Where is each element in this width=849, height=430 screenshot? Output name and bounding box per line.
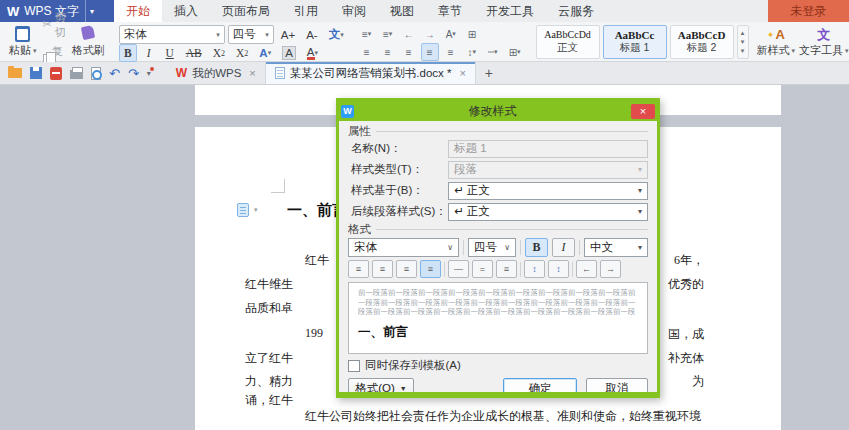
close-icon[interactable]: × bbox=[459, 67, 465, 79]
subscript-button[interactable]: X2 bbox=[232, 44, 252, 62]
strikethrough-button[interactable]: AB bbox=[182, 44, 206, 62]
bullets-button[interactable]: ≡▾ bbox=[358, 25, 376, 43]
line-spacing-single-icon: — bbox=[454, 264, 463, 274]
superscript-button[interactable]: X2 bbox=[209, 44, 229, 62]
align-center-button[interactable]: ≡ bbox=[372, 260, 393, 278]
dialog-bold-button[interactable]: B bbox=[525, 238, 548, 257]
new-style-button[interactable]: ✦A 新样式▾ bbox=[757, 23, 796, 60]
decrease-indent-button[interactable]: ← bbox=[400, 25, 418, 43]
indent-decrease-button[interactable]: ← bbox=[576, 260, 597, 278]
save-to-template-label: 同时保存到模板(A) bbox=[365, 358, 461, 373]
align-left-button[interactable]: ≡ bbox=[358, 43, 376, 61]
underline-button[interactable]: U bbox=[161, 44, 179, 62]
char-shading-button[interactable]: A bbox=[278, 44, 300, 62]
line-spacing-15-button[interactable]: = bbox=[472, 260, 493, 278]
character-scale-button[interactable]: A▾ bbox=[442, 25, 460, 43]
italic-button[interactable]: I bbox=[140, 44, 158, 62]
chevron-down-icon: ▾ bbox=[216, 31, 220, 39]
format-menu-button[interactable]: 格式(O)▼ bbox=[348, 378, 414, 392]
document-icon bbox=[275, 67, 285, 79]
style-name-label: 名称(N)： bbox=[351, 141, 448, 156]
style-sample: AaBbCc bbox=[615, 29, 655, 41]
cut-button[interactable]: ✂剪切 bbox=[43, 10, 66, 40]
print-icon[interactable] bbox=[70, 70, 83, 79]
scroll-down-icon[interactable]: ▾ bbox=[741, 38, 745, 46]
undo-icon[interactable]: ↶ bbox=[109, 66, 120, 81]
customize-toolbar-icon[interactable]: ▾ bbox=[147, 69, 151, 78]
tab-document[interactable]: 某某公司网络营销策划书.docx * × bbox=[266, 62, 476, 84]
style-heading1[interactable]: AaBbCc 标题 1 bbox=[603, 25, 667, 59]
dialog-font-size-select[interactable]: 四号∨ bbox=[468, 238, 516, 257]
shading-button[interactable]: ▾ bbox=[484, 43, 502, 61]
dialog-titlebar[interactable]: W 修改样式 × bbox=[339, 101, 657, 121]
menu-tab-section[interactable]: 章节 bbox=[426, 0, 474, 22]
subscript-label: X bbox=[236, 47, 244, 59]
borders-button[interactable]: ⊞▾ bbox=[505, 43, 525, 61]
menu-tab-developer[interactable]: 开发工具 bbox=[474, 0, 546, 22]
style-based-on-select[interactable]: ↵ 正文▾ bbox=[448, 182, 648, 200]
close-icon[interactable]: × bbox=[631, 104, 655, 119]
menu-tab-insert[interactable]: 插入 bbox=[162, 0, 210, 22]
font-name-select[interactable]: 宋体▾ bbox=[119, 25, 225, 44]
menu-tab-references[interactable]: 引用 bbox=[282, 0, 330, 22]
dialog-language-select[interactable]: 中文▾ bbox=[584, 238, 648, 257]
format-painter-button[interactable]: 格式刷 bbox=[68, 23, 109, 60]
style-heading2[interactable]: AaBbCcD 标题 2 bbox=[670, 25, 734, 59]
align-justify-button[interactable]: ≡ bbox=[420, 260, 441, 278]
menu-tab-cloud[interactable]: 云服务 bbox=[546, 0, 606, 22]
align-center-button[interactable]: ≡ bbox=[379, 43, 397, 61]
table-icon: ⊞ bbox=[468, 29, 476, 40]
menu-tab-view[interactable]: 视图 bbox=[378, 0, 426, 22]
align-left-button[interactable]: ≡ bbox=[348, 260, 369, 278]
align-right-button[interactable]: ≡ bbox=[396, 260, 417, 278]
chevron-down-icon[interactable]: ▾ bbox=[85, 0, 98, 22]
numbering-button[interactable]: ≡▾ bbox=[379, 25, 397, 43]
redo-icon[interactable]: ↷ bbox=[128, 66, 139, 81]
paste-button[interactable]: 粘贴▾ bbox=[5, 23, 41, 60]
insert-table-button[interactable]: ⊞ bbox=[463, 25, 481, 43]
font-size-select[interactable]: 四号▾ bbox=[228, 25, 274, 44]
scroll-up-icon[interactable]: ▴ bbox=[741, 29, 745, 37]
text-tools-button[interactable]: 文 文字工具▾ bbox=[799, 23, 849, 60]
phonetic-guide-button[interactable]: 文▾ bbox=[325, 26, 348, 44]
menu-tab-review[interactable]: 审阅 bbox=[330, 0, 378, 22]
dialog-italic-button[interactable]: I bbox=[552, 238, 575, 257]
print-preview-icon[interactable] bbox=[91, 67, 101, 80]
dialog-font-name-select[interactable]: 宋体∨ bbox=[348, 238, 459, 257]
space-before-button[interactable]: ↕ bbox=[524, 260, 545, 278]
open-file-icon[interactable] bbox=[8, 68, 22, 78]
save-icon[interactable] bbox=[30, 67, 42, 79]
new-tab-button[interactable]: + bbox=[476, 62, 502, 84]
text-effects-button[interactable]: A▾ bbox=[255, 44, 275, 62]
styles-gallery-scroll[interactable]: ▴ ▾ ▾ bbox=[737, 25, 749, 59]
line-spacing-single-button[interactable]: — bbox=[448, 260, 469, 278]
following-paragraph-style-select[interactable]: ↵ 正文▾ bbox=[448, 203, 648, 221]
menu-tab-page-layout[interactable]: 页面布局 bbox=[210, 0, 282, 22]
font-color-button[interactable]: A▾ bbox=[303, 44, 322, 62]
line-spacing-double-button[interactable]: ≡ bbox=[496, 260, 517, 278]
login-button[interactable]: 未登录 bbox=[768, 0, 849, 22]
menu-tab-home[interactable]: 开始 bbox=[114, 0, 162, 22]
borders-icon: ⊞ bbox=[509, 47, 517, 58]
gallery-more-icon[interactable]: ▾ bbox=[741, 47, 745, 55]
close-icon[interactable]: × bbox=[249, 67, 255, 79]
ok-button[interactable]: 确定 bbox=[503, 378, 577, 392]
align-justify-button[interactable]: ≡ bbox=[421, 43, 439, 61]
doc-text-line[interactable]: 红牛公司始终把社会责任作为企业成长的根基、准则和使命，始终重视环境 bbox=[305, 408, 701, 425]
shrink-font-button[interactable]: A- bbox=[302, 26, 322, 44]
bold-button[interactable]: B bbox=[119, 44, 137, 62]
save-to-template-checkbox[interactable] bbox=[348, 360, 360, 372]
tab-my-wps[interactable]: W 我的WPS × bbox=[167, 62, 266, 84]
export-pdf-icon[interactable] bbox=[50, 67, 62, 80]
line-spacing-button[interactable]: ↕▾ bbox=[463, 43, 481, 61]
align-right-button[interactable]: ≡ bbox=[400, 43, 418, 61]
increase-indent-button[interactable]: → bbox=[421, 25, 439, 43]
heading-collapse-icon[interactable] bbox=[237, 203, 249, 217]
cancel-button[interactable]: 取消 bbox=[586, 378, 648, 392]
style-normal[interactable]: AaBbCcDd 正文 bbox=[536, 25, 600, 59]
chevron-down-icon: ▾ bbox=[254, 206, 258, 214]
align-distribute-button[interactable]: ≡ bbox=[442, 43, 460, 61]
space-after-button[interactable]: ↕ bbox=[548, 260, 569, 278]
grow-font-button[interactable]: A+ bbox=[277, 26, 299, 44]
indent-increase-button[interactable]: → bbox=[600, 260, 621, 278]
